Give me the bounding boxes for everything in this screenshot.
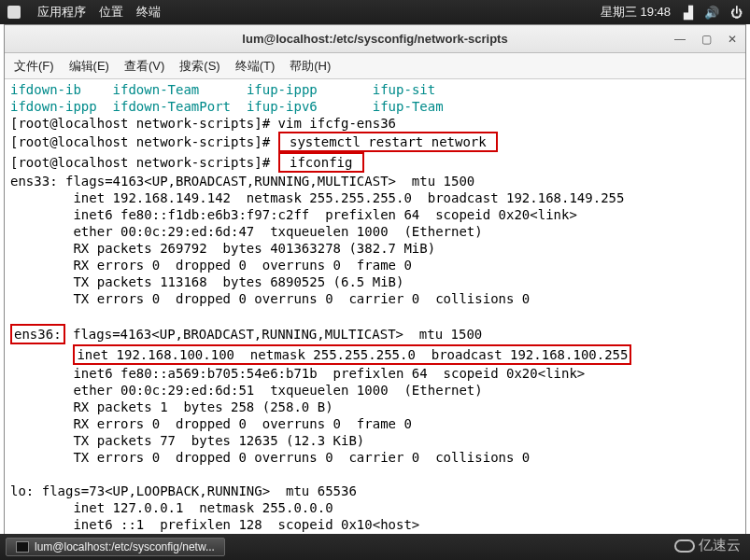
file-listing-2d: ifup-Team	[373, 99, 444, 114]
ens36-tx-packets: TX packets 77 bytes 12635 (12.3 KiB)	[10, 433, 364, 448]
prompt-2: [root@localhost network-scripts]#	[10, 134, 278, 149]
prompt-1: [root@localhost network-scripts]#	[10, 116, 278, 131]
ens36-inet6: inet6 fe80::a569:b705:54e6:b71b prefixle…	[10, 366, 585, 381]
ens33-header: ens33: flags=4163<UP,BROADCAST,RUNNING,M…	[10, 174, 474, 189]
highlight-ens36-inet: inet 192.168.100.100 netmask 255.255.255…	[73, 344, 631, 365]
file-listing-2c: ifup-ipv6	[247, 99, 318, 114]
cloud-icon	[674, 539, 695, 553]
menu-terminal[interactable]: 终端	[136, 4, 161, 21]
ens36-rx-errors: RX errors 0 dropped 0 overruns 0 frame 0	[10, 416, 412, 431]
file-listing-2a: ifdown-ippp	[10, 99, 97, 114]
menu-file[interactable]: 文件(F)	[14, 58, 54, 75]
close-button[interactable]: ✕	[725, 33, 740, 46]
taskbar-item-label: lum@localhost:/etc/sysconfig/netw...	[35, 540, 215, 553]
menubar: 文件(F) 编辑(E) 查看(V) 搜索(S) 终端(T) 帮助(H)	[5, 53, 745, 79]
window-controls: — ▢ ✕	[672, 33, 740, 46]
terminal-icon	[16, 541, 29, 553]
ens33-rx-packets: RX packets 269792 bytes 401363278 (382.7…	[10, 241, 435, 256]
prompt-3: [root@localhost network-scripts]#	[10, 155, 278, 170]
menu-places[interactable]: 位置	[99, 4, 123, 21]
network-icon[interactable]: ▟	[684, 6, 693, 20]
highlight-ens36-name: ens36:	[10, 324, 65, 344]
menu-view[interactable]: 查看(V)	[124, 58, 164, 75]
taskbar-terminal-entry[interactable]: lum@localhost:/etc/sysconfig/netw...	[6, 538, 225, 556]
window-title: lum@localhost:/etc/sysconfig/network-scr…	[242, 32, 507, 46]
ens36-rx-packets: RX packets 1 bytes 258 (258.0 B)	[10, 399, 333, 414]
watermark: 亿速云	[674, 537, 741, 554]
ens36-ether: ether 00:0c:29:ed:6d:51 txqueuelen 1000 …	[10, 383, 483, 398]
ens33-ether: ether 00:0c:29:ed:6d:47 txqueuelen 1000 …	[10, 224, 483, 239]
minimize-button[interactable]: —	[672, 33, 687, 46]
highlight-restart-network: systemctl restart network	[278, 132, 499, 152]
watermark-text: 亿速云	[699, 537, 741, 554]
file-listing-2b: ifdown-TeamPort	[113, 99, 231, 114]
terminal-window: lum@localhost:/etc/sysconfig/network-scr…	[4, 24, 746, 539]
menu-terminal-dropdown[interactable]: 终端(T)	[235, 58, 276, 75]
highlight-ifconfig: ifconfig	[278, 152, 364, 173]
gnome-logo-icon	[7, 6, 21, 19]
file-listing-1d: ifup-sit	[373, 82, 435, 97]
lo-inet6: inet6 ::1 prefixlen 128 scopeid 0x10<hos…	[10, 517, 419, 532]
menu-help[interactable]: 帮助(H)	[290, 58, 331, 75]
ens33-tx-packets: TX packets 113168 bytes 6890525 (6.5 MiB…	[10, 274, 403, 289]
menu-search[interactable]: 搜索(S)	[179, 58, 219, 75]
ens36-flags: flags=4163<UP,BROADCAST,RUNNING,MULTICAS…	[65, 327, 483, 342]
desktop-top-panel: 应用程序 位置 终端 星期三 19:48 ▟ 🔊 ⏻	[0, 0, 750, 24]
ens36-tx-errors: TX errors 0 dropped 0 overruns 0 carrier…	[10, 450, 530, 465]
file-listing-1c: ifup-ippp	[247, 82, 318, 97]
file-listing-1b: ifdown-Team	[113, 82, 200, 97]
menu-edit[interactable]: 编辑(E)	[69, 58, 109, 75]
ens33-rx-errors: RX errors 0 dropped 0 overruns 0 frame 0	[10, 258, 412, 273]
cmd-vim: vim ifcfg-ens36	[278, 116, 396, 131]
power-icon[interactable]: ⏻	[730, 6, 743, 20]
file-listing-1a: ifdown-ib	[10, 82, 81, 97]
ens33-tx-errors: TX errors 0 dropped 0 overruns 0 carrier…	[10, 291, 530, 306]
maximize-button[interactable]: ▢	[699, 33, 714, 46]
menu-applications[interactable]: 应用程序	[37, 4, 86, 21]
terminal-viewport[interactable]: ifdown-ib ifdown-Team ifup-ippp ifup-sit…	[5, 79, 745, 539]
titlebar[interactable]: lum@localhost:/etc/sysconfig/network-scr…	[5, 25, 745, 53]
ens33-inet: inet 192.168.149.142 netmask 255.255.255…	[10, 190, 624, 205]
panel-clock[interactable]: 星期三 19:48	[601, 4, 671, 21]
system-tray: ▟ 🔊 ⏻	[684, 6, 743, 20]
lo-header: lo: flags=73<UP,LOOPBACK,RUNNING> mtu 65…	[10, 483, 357, 498]
lo-inet: inet 127.0.0.1 netmask 255.0.0.0	[10, 500, 333, 515]
volume-icon[interactable]: 🔊	[704, 6, 719, 20]
ens33-inet6: inet6 fe80::f1db:e6b3:f97:c2ff prefixlen…	[10, 207, 577, 222]
desktop-taskbar: lum@localhost:/etc/sysconfig/netw...	[0, 534, 750, 560]
